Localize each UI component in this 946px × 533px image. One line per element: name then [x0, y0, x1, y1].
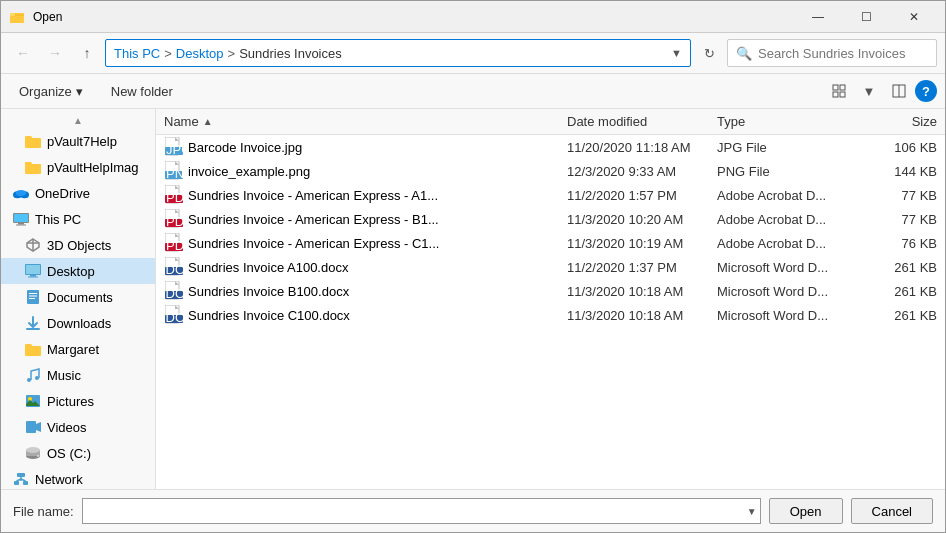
sidebar-label-osc: OS (C:)	[47, 446, 91, 461]
svg-point-27	[27, 378, 31, 382]
maximize-button[interactable]: ☐	[843, 1, 889, 33]
sidebar-scroll-up[interactable]: ▲	[1, 113, 155, 128]
sidebar-label-pictures: Pictures	[47, 394, 94, 409]
svg-text:JPG: JPG	[166, 142, 183, 157]
table-row[interactable]: DOCX Sundries Invoice A100.docx 11/2/202…	[156, 255, 945, 279]
close-button[interactable]: ✕	[891, 1, 937, 33]
sidebar-item-margaret[interactable]: Margaret	[1, 336, 155, 362]
svg-rect-3	[840, 85, 845, 90]
file-date: 11/2/2020 1:57 PM	[567, 188, 717, 203]
sidebar-label-onedrive: OneDrive	[35, 186, 90, 201]
file-size: 77 KB	[857, 212, 937, 227]
file-type: Microsoft Word D...	[717, 284, 857, 299]
filename-input-wrap: ▼	[82, 498, 761, 524]
svg-rect-38	[23, 481, 28, 485]
sidebar-item-network[interactable]: Network	[1, 466, 155, 489]
sidebar-item-documents[interactable]: Documents	[1, 284, 155, 310]
organize-button[interactable]: Organize ▾	[9, 78, 93, 104]
refresh-button[interactable]: ↻	[695, 39, 723, 67]
open-button[interactable]: Open	[769, 498, 843, 524]
sidebar-item-music[interactable]: Music	[1, 362, 155, 388]
file-date: 11/20/2020 11:18 AM	[567, 140, 717, 155]
address-bar: ← → ↑ This PC > Desktop > Sundries Invoi…	[1, 33, 945, 74]
toolbar: Organize ▾ New folder ▼ ?	[1, 74, 945, 109]
table-row[interactable]: DOCX Sundries Invoice B100.docx 11/3/202…	[156, 279, 945, 303]
docx-icon: DOCX	[164, 305, 184, 325]
sidebar-item-3dobjects[interactable]: 3D Objects	[1, 232, 155, 258]
table-row[interactable]: PNG invoice_example.png 12/3/2020 9:33 A…	[156, 159, 945, 183]
view-grid-button[interactable]	[825, 78, 853, 104]
videos-icon	[25, 419, 41, 435]
sidebar-label-documents: Documents	[47, 290, 113, 305]
music-icon	[25, 367, 41, 383]
network-icon	[13, 471, 29, 487]
search-input[interactable]	[758, 46, 928, 61]
table-row[interactable]: DOCX Sundries Invoice C100.docx 11/3/202…	[156, 303, 945, 327]
breadcrumb-thispc[interactable]: This PC	[114, 46, 160, 61]
column-header-type[interactable]: Type	[717, 114, 857, 129]
svg-rect-2	[833, 85, 838, 90]
sidebar-item-pvaulthelpmag[interactable]: pVaultHelpImag	[1, 154, 155, 180]
drive-icon	[25, 445, 41, 461]
sidebar-item-pvault7help[interactable]: pVault7Help	[1, 128, 155, 154]
help-button[interactable]: ?	[915, 80, 937, 102]
file-size: 76 KB	[857, 236, 937, 251]
breadcrumb-desktop[interactable]: Desktop	[176, 46, 224, 61]
column-header-size[interactable]: Size	[857, 114, 937, 129]
svg-rect-22	[27, 290, 39, 304]
breadcrumb-dropdown-icon[interactable]: ▼	[671, 47, 682, 59]
column-header-date[interactable]: Date modified	[567, 114, 717, 129]
new-folder-label: New folder	[111, 84, 173, 99]
svg-rect-31	[26, 421, 36, 433]
docx-icon: DOCX	[164, 281, 184, 301]
breadcrumb-current: Sundries Invoices	[239, 46, 342, 61]
svg-rect-37	[14, 481, 19, 485]
sidebar-item-onedrive[interactable]: OneDrive	[1, 180, 155, 206]
filename-dropdown-icon[interactable]: ▼	[747, 506, 757, 517]
view-dropdown-button[interactable]: ▼	[855, 78, 883, 104]
file-size: 261 KB	[857, 260, 937, 275]
file-size: 144 KB	[857, 164, 937, 179]
sort-arrow-name: ▲	[203, 116, 213, 127]
minimize-button[interactable]: —	[795, 1, 841, 33]
up-button[interactable]: ↑	[73, 39, 101, 67]
sidebar-item-downloads[interactable]: Downloads	[1, 310, 155, 336]
sidebar-label-downloads: Downloads	[47, 316, 111, 331]
svg-rect-19	[26, 265, 40, 274]
sidebar-item-videos[interactable]: Videos	[1, 414, 155, 440]
new-folder-button[interactable]: New folder	[101, 78, 183, 104]
file-type: JPG File	[717, 140, 857, 155]
filename-input[interactable]	[82, 498, 761, 524]
cancel-button[interactable]: Cancel	[851, 498, 933, 524]
pdf-icon: PDF	[164, 209, 184, 229]
sidebar-item-desktop[interactable]: Desktop	[1, 258, 155, 284]
back-button[interactable]: ←	[9, 39, 37, 67]
file-date: 12/3/2020 9:33 AM	[567, 164, 717, 179]
column-header-name[interactable]: Name ▲	[164, 114, 567, 129]
file-name: Barcode Invoice.jpg	[188, 140, 567, 155]
file-list: Name ▲ Date modified Type Size JPG Barc	[156, 109, 945, 489]
svg-text:PDF: PDF	[166, 238, 183, 253]
breadcrumb: This PC > Desktop > Sundries Invoices ▼	[105, 39, 691, 67]
sidebar-label-margaret: Margaret	[47, 342, 99, 357]
table-row[interactable]: PDF Sundries Invoice - American Express …	[156, 207, 945, 231]
sidebar-item-osc[interactable]: OS (C:)	[1, 440, 155, 466]
file-name: invoice_example.png	[188, 164, 567, 179]
table-row[interactable]: PDF Sundries Invoice - American Express …	[156, 183, 945, 207]
file-date: 11/3/2020 10:20 AM	[567, 212, 717, 227]
file-type: PNG File	[717, 164, 857, 179]
table-row[interactable]: PDF Sundries Invoice - American Express …	[156, 231, 945, 255]
file-date: 11/3/2020 10:18 AM	[567, 308, 717, 323]
preview-button[interactable]	[885, 78, 913, 104]
svg-rect-13	[18, 223, 24, 225]
thispc-icon	[13, 211, 29, 227]
sidebar-item-pictures[interactable]: Pictures	[1, 388, 155, 414]
sidebar-item-thispc[interactable]: This PC	[1, 206, 155, 232]
svg-rect-14	[16, 225, 26, 226]
search-icon: 🔍	[736, 46, 752, 61]
table-row[interactable]: JPG Barcode Invoice.jpg 11/20/2020 11:18…	[156, 135, 945, 159]
desktop-icon	[25, 263, 41, 279]
forward-button[interactable]: →	[41, 39, 69, 67]
content-area: ▲ pVault7Help pVaultHelpImag O	[1, 109, 945, 489]
sidebar-label-desktop: Desktop	[47, 264, 95, 279]
